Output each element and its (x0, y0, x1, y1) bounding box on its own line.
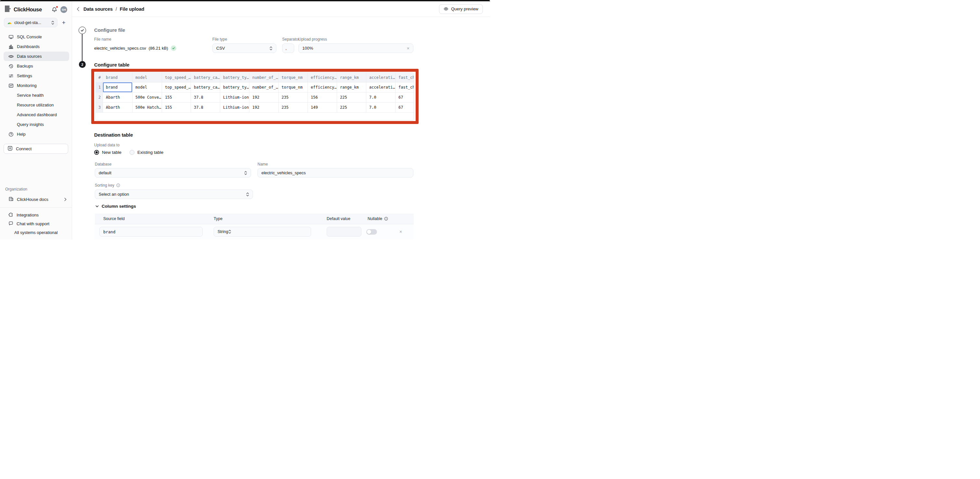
existing-table-radio[interactable] (130, 150, 134, 155)
system-status[interactable]: All systems operational (0, 228, 72, 237)
separator-input[interactable]: , (282, 43, 294, 53)
notifications-button[interactable] (52, 7, 57, 12)
preview-cell[interactable]: 235 (278, 103, 308, 112)
preview-cell[interactable]: brand (103, 82, 132, 92)
preview-cell[interactable]: 37.8 (191, 103, 220, 112)
info-icon (384, 217, 388, 220)
clear-file-icon[interactable]: × (407, 46, 409, 51)
sorting-key-label: Sorting key (95, 183, 114, 187)
default-value-input[interactable] (327, 227, 361, 236)
sidebar-item-data-sources[interactable]: Data sources (3, 52, 69, 61)
file-type-select[interactable]: CSV (212, 43, 276, 53)
preview-cell[interactable]: efficiency… (308, 82, 337, 92)
preview-cell[interactable]: torque_nm (278, 82, 308, 92)
preview-cell[interactable]: Lithium-ion (220, 92, 250, 102)
remove-column-icon[interactable]: × (399, 230, 402, 234)
preview-cell[interactable]: battery_ca… (191, 82, 220, 92)
preview-cell[interactable]: 3 (96, 103, 103, 112)
step-1-complete-indicator (79, 27, 86, 34)
preview-col-header: torque_nm (278, 73, 308, 82)
preview-cell[interactable]: 37.8 (191, 92, 220, 102)
source-field-input[interactable]: brand (99, 227, 203, 236)
sidebar-item-settings[interactable]: Settings (3, 71, 69, 81)
preview-cell[interactable]: 225 (337, 92, 366, 102)
preview-cell[interactable]: accelerati… (366, 82, 396, 92)
preview-cell[interactable]: 500e Conve… (132, 92, 162, 102)
preview-cell[interactable]: 156 (308, 92, 337, 102)
back-button[interactable] (76, 7, 80, 11)
preview-cell[interactable]: 2 (96, 92, 103, 102)
sidebar-item-chat-support[interactable]: Chat with support (0, 219, 72, 228)
preview-cell[interactable]: 7.0 (366, 92, 396, 102)
nullable-toggle[interactable] (366, 229, 377, 235)
preview-col-header: # (96, 73, 103, 82)
preview-cell[interactable]: 67 (396, 103, 414, 112)
notification-dot (56, 6, 58, 8)
monitoring-chart-icon (8, 83, 14, 88)
preview-cell[interactable]: 235 (278, 92, 308, 102)
sidebar-item-backups[interactable]: Backups (3, 61, 69, 71)
preview-cell[interactable]: Abarth (103, 103, 132, 112)
sidebar-item-label: Advanced dashboard (17, 112, 57, 117)
preview-cell[interactable]: 500e Hatch… (132, 103, 162, 112)
preview-cell[interactable]: top_speed_… (162, 82, 191, 92)
preview-cell[interactable]: 155 (162, 92, 191, 102)
sidebar-item-label: Dashboards (17, 44, 40, 49)
sidebar-item-integrations[interactable]: Integrations (0, 211, 72, 219)
preview-cell[interactable]: 192 (250, 92, 278, 102)
preview-cell[interactable]: 7.0 (366, 103, 396, 112)
database-select[interactable]: default (95, 168, 251, 178)
upload-progress-input[interactable]: 100% × (298, 43, 414, 53)
sidebar-item-label: SQL Console (17, 34, 42, 39)
status-dot-icon (8, 230, 11, 235)
avatar[interactable]: SH (60, 6, 67, 13)
preview-cell[interactable]: range_km (337, 82, 366, 92)
preview-cell[interactable]: number_of_… (250, 82, 278, 92)
sidebar-item-query-insights[interactable]: Query insights (3, 120, 69, 129)
sidebar-item-label: Help (17, 132, 25, 136)
new-table-radio[interactable] (94, 150, 99, 155)
sidebar-item-advanced-dashboard[interactable]: Advanced dashboard (3, 110, 69, 119)
preview-cell[interactable]: Lithium-ion (220, 103, 250, 112)
preview-col-header: accelerati… (366, 73, 396, 82)
name-label: Name (258, 162, 268, 167)
file-name-value: electric_vehicles_specs.csv (94, 46, 146, 51)
preview-cell[interactable]: model (132, 82, 162, 92)
preview-cell[interactable]: battery_ty… (220, 82, 250, 92)
sidebar-item-monitoring[interactable]: Monitoring (3, 81, 69, 90)
preview-cell[interactable]: 155 (162, 103, 191, 112)
preview-cell[interactable]: 67 (396, 92, 414, 102)
sidebar-item-service-health[interactable]: Service health (3, 90, 69, 100)
step-2-indicator: 2 (79, 61, 86, 68)
query-preview-button[interactable]: Query preview (439, 4, 483, 14)
preview-cell[interactable]: fast_cha (396, 82, 414, 92)
preview-table: #brandmodeltop_speed_…battery_ca…battery… (95, 72, 414, 121)
sidebar-item-help[interactable]: Help (3, 130, 69, 139)
preview-cell[interactable]: 225 (337, 103, 366, 112)
sliders-icon (8, 73, 14, 79)
type-select[interactable]: String (214, 227, 311, 236)
table-name-input[interactable]: electric_vehicles_specs (258, 168, 414, 178)
preview-cell[interactable]: 1 (96, 82, 103, 92)
bar-chart-icon (8, 44, 14, 49)
sidebar-item-label: Query insights (17, 122, 44, 127)
connect-label: Connect (16, 146, 32, 151)
upload-data-to-label: Upload data to (94, 143, 119, 148)
preview-cell[interactable]: Abarth (103, 92, 132, 102)
preview-cell[interactable]: 192 (250, 103, 278, 112)
service-selector[interactable]: ☁ cloud-get-sta... (4, 18, 57, 27)
connect-button[interactable]: Connect (3, 144, 68, 154)
sidebar-item-dashboards[interactable]: Dashboards (3, 42, 69, 51)
service-selector-value: cloud-get-sta... (14, 21, 49, 25)
sorting-key-select[interactable]: Select an option (95, 190, 253, 199)
sidebar-item-sql-console[interactable]: SQL Console (3, 32, 69, 41)
sidebar-item-clickhouse-docs[interactable]: ClickHouse docs (0, 194, 72, 204)
preview-cell[interactable]: 149 (308, 103, 337, 112)
sidebar-item-resource-utilization[interactable]: Resource utilization (3, 100, 69, 110)
chevron-updown-icon (269, 46, 272, 50)
preview-col-header: fast_cha (396, 73, 414, 82)
breadcrumb-parent[interactable]: Data sources (83, 6, 113, 12)
add-service-button[interactable]: + (62, 20, 65, 25)
eye-icon (444, 6, 449, 11)
column-settings-toggle[interactable]: Column settings (95, 204, 136, 209)
